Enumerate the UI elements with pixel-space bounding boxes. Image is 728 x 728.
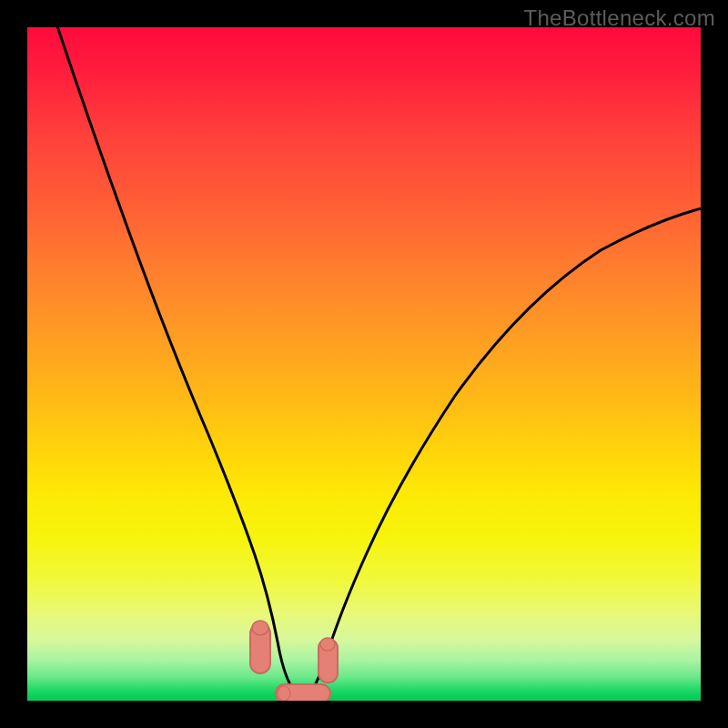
marker-layer bbox=[27, 27, 701, 701]
floor-marker-cap bbox=[278, 686, 290, 701]
left-marker-cap bbox=[252, 621, 268, 635]
chart-canvas: TheBottleneck.com bbox=[0, 0, 728, 728]
watermark-text: TheBottleneck.com bbox=[523, 5, 715, 31]
right-marker-cap bbox=[320, 638, 335, 651]
plot-area bbox=[27, 27, 701, 701]
